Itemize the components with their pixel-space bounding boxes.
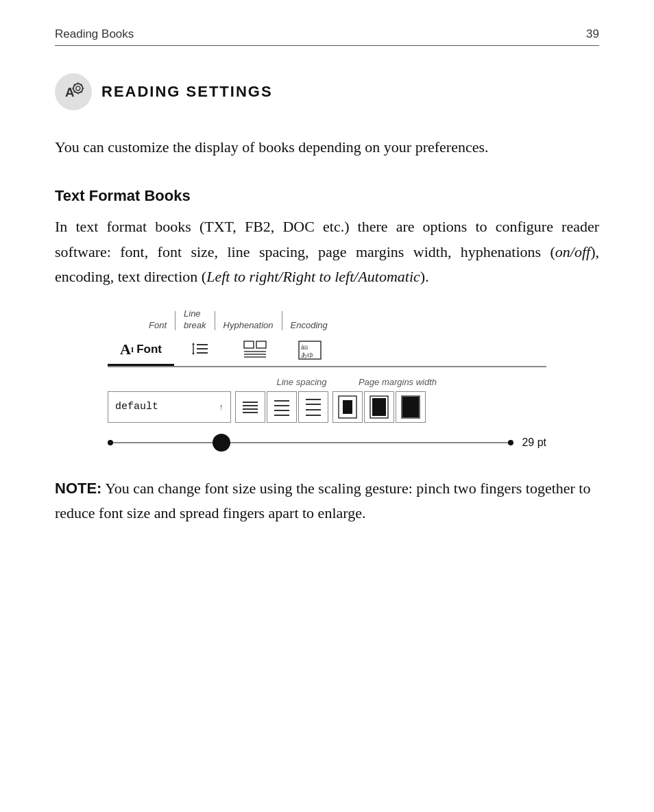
tab-label-linebreak-text: Linebreak	[184, 308, 215, 332]
tab-label-sep-3	[282, 311, 282, 330]
font-selector[interactable]: default ↑	[108, 391, 231, 423]
spacing-medium-button[interactable]	[267, 391, 297, 423]
settings-icon-circle: A	[55, 73, 92, 110]
page-header: Reading Books 39	[55, 27, 599, 46]
intro-paragraph: You can customize the display of books d…	[55, 135, 599, 160]
font-selector-value: default	[115, 401, 214, 413]
body-italic-1: on/off	[555, 243, 590, 260]
svg-rect-18	[256, 341, 266, 348]
font-tab-icon: AI	[120, 341, 134, 358]
tab-label-sep-2	[215, 311, 215, 330]
encoding-icon: àü あゆ	[298, 340, 322, 360]
tab-label-hyphenation: Hyphenation	[223, 311, 291, 332]
font-selector-arrow-icon[interactable]: ↑	[219, 402, 224, 413]
svg-marker-16	[192, 353, 195, 355]
ui-diagram: Font Linebreak Hyphenation Encoding AI F…	[108, 308, 546, 449]
svg-rect-17	[244, 341, 254, 348]
svg-marker-15	[192, 343, 195, 345]
spacing-narrow-button[interactable]	[235, 391, 265, 423]
tab-label-encoding: Encoding	[291, 320, 336, 332]
tab-label-font-text: Font	[149, 320, 175, 332]
body-text-3: ).	[420, 268, 429, 285]
header-title: Reading Books	[55, 27, 134, 41]
tab-label-encoding-text: Encoding	[291, 320, 336, 332]
note-text: You can change font size using the scali…	[55, 480, 590, 521]
svg-text:あゆ: あゆ	[301, 352, 313, 358]
tab-label-linebreak: Linebreak	[184, 308, 223, 332]
header-page-number: 39	[586, 27, 599, 41]
svg-rect-42	[402, 397, 419, 417]
controls-labels-row: Line spacing Page margins width	[108, 377, 546, 387]
tab-font[interactable]: AI Font	[108, 335, 174, 366]
svg-rect-40	[372, 398, 386, 416]
font-size-slider-row: 29 pt	[108, 436, 546, 449]
tab-labels-row: Font Linebreak Hyphenation Encoding	[108, 308, 546, 332]
subsection-body: In text format books (TXT, FB2, DOC etc.…	[55, 214, 599, 289]
note-section: NOTE: You can change font size using the…	[55, 476, 599, 526]
controls-row: default ↑	[108, 391, 546, 423]
section-heading: A READING SETTINGS	[55, 73, 599, 110]
line-spacing-icon	[192, 340, 213, 360]
tabs-row: AI Font	[108, 334, 546, 367]
spacing-wide-button[interactable]	[298, 391, 328, 423]
line-spacing-group	[235, 391, 328, 423]
line-spacing-label: Line spacing	[254, 377, 350, 387]
tab-label-font: Font	[149, 311, 184, 332]
margin-narrow-button[interactable]	[396, 391, 426, 423]
tab-line-spacing[interactable]	[180, 334, 225, 366]
tab-font-label: Font	[136, 343, 162, 356]
slider-thumb[interactable]	[213, 434, 230, 452]
subsection-text-format: Text Format Books In text format books (…	[55, 187, 599, 289]
gear-font-icon: A	[62, 80, 85, 103]
page-margins-label: Page margins width	[350, 377, 446, 387]
page-margins-group	[332, 391, 426, 423]
tab-hyphenation[interactable]	[230, 334, 280, 366]
page: Reading Books 39 A READING SETTINGS	[0, 0, 654, 812]
svg-rect-38	[343, 400, 352, 414]
margin-wide-button[interactable]	[332, 391, 363, 423]
body-text-1: In text format books (TXT, FB2, DOC etc.…	[55, 218, 599, 260]
slider-left-endpoint	[108, 440, 113, 445]
font-size-slider-track[interactable]	[108, 442, 513, 443]
section-title: READING SETTINGS	[101, 83, 273, 101]
font-size-value: 29 pt	[522, 436, 546, 449]
body-italic-2: Left to right/Right to left/Automatic	[206, 268, 420, 285]
svg-text:àü: àü	[301, 344, 308, 351]
margin-medium-button[interactable]	[364, 391, 394, 423]
tab-encoding[interactable]: àü あゆ	[285, 334, 335, 366]
hyphenation-icon	[243, 340, 267, 360]
svg-point-2	[76, 86, 80, 90]
slider-right-endpoint	[508, 440, 513, 445]
note-label: NOTE:	[55, 480, 101, 497]
subsection-title: Text Format Books	[55, 187, 599, 205]
tab-label-hyphenation-text: Hyphenation	[223, 320, 282, 332]
tab-label-sep-1	[175, 311, 175, 330]
note-paragraph: NOTE: You can change font size using the…	[55, 476, 599, 526]
